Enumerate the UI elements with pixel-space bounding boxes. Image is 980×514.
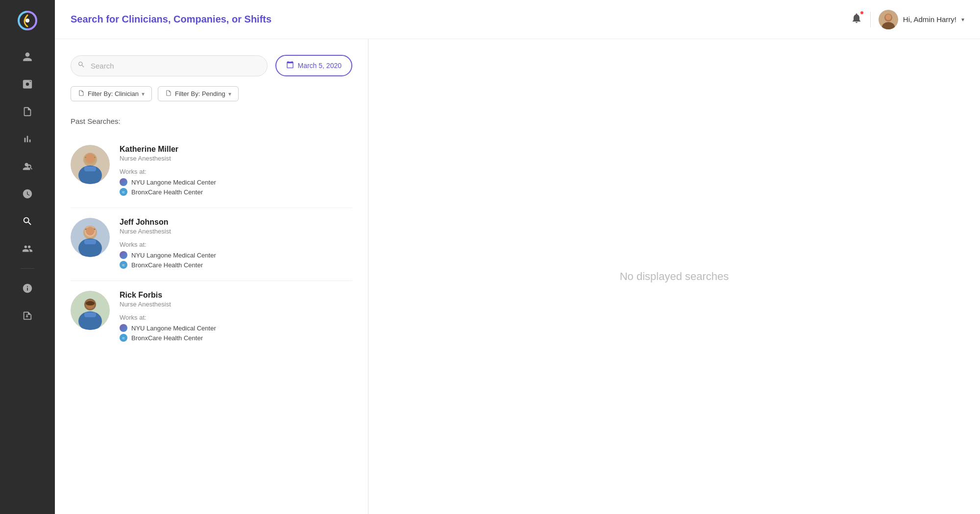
sidebar-item-clinician[interactable] <box>16 45 39 69</box>
hospital-name-1-1: BronxCare Health Center <box>131 261 203 269</box>
hospital-item-1-0: NYU Langone Medical Center <box>120 251 352 259</box>
clinician-card-2[interactable]: Rick Forbis Nurse Anesthesist Works at: … <box>71 281 352 353</box>
sidebar-item-clock[interactable] <box>16 182 39 206</box>
hospital-dot-nyu-2 <box>120 324 127 332</box>
filter-pending-chevron-icon: ▾ <box>228 91 231 97</box>
filter-clinician-icon <box>78 90 85 98</box>
sidebar-item-analytics[interactable] <box>16 127 39 151</box>
hospital-dot-nyu-0 <box>120 178 127 186</box>
filter-clinician-chevron-icon: ▾ <box>142 91 145 97</box>
sidebar-item-camera[interactable] <box>16 72 39 96</box>
hospital-dot-bronx-1 <box>120 261 127 269</box>
clinician-card-0[interactable]: Katherine Miller Nurse Anesthesist Works… <box>71 135 352 208</box>
search-input-wrapper <box>71 55 268 76</box>
hospital-item-1-1: BronxCare Health Center <box>120 261 352 269</box>
hospital-item-0-1: BronxCare Health Center <box>120 188 352 196</box>
sidebar-divider <box>21 268 35 269</box>
works-at-label-1: Works at: <box>120 241 352 248</box>
clinician-avatar-0 <box>71 145 110 184</box>
clinician-info-1: Jeff Johnson Nurse Anesthesist Works at:… <box>120 218 352 271</box>
user-chevron-icon: ▾ <box>961 16 964 23</box>
filter-pending-label: Filter By: Pending <box>175 90 225 97</box>
svg-rect-15 <box>84 239 96 244</box>
works-at-label-2: Works at: <box>120 314 352 321</box>
header-divider <box>870 12 871 27</box>
clinician-list: Katherine Miller Nurse Anesthesist Works… <box>71 135 352 353</box>
notification-bell[interactable] <box>851 12 862 26</box>
sidebar-nav <box>16 45 39 506</box>
sidebar-item-info[interactable] <box>16 277 39 300</box>
app-logo[interactable] <box>15 8 40 33</box>
svg-point-17 <box>86 227 95 235</box>
main-wrapper: Search for Clinicians, Companies, or Shi… <box>55 0 980 514</box>
filter-pending-icon <box>165 90 172 98</box>
hospital-dot-nyu-1 <box>120 251 127 259</box>
hospital-dot-bronx-0 <box>120 188 127 196</box>
hospital-name-2-1: BronxCare Health Center <box>131 334 203 342</box>
clinician-name-1: Jeff Johnson <box>120 218 352 227</box>
hospital-name-1-0: NYU Langone Medical Center <box>131 252 216 259</box>
sidebar-item-search[interactable] <box>16 210 39 233</box>
filters: Filter By: Clinician ▾ Filter By: Pendin… <box>71 86 352 101</box>
hospital-dot-bronx-2 <box>120 334 127 342</box>
hospital-item-2-1: BronxCare Health Center <box>120 334 352 342</box>
username-label: Hi, Admin Harry! <box>903 15 956 23</box>
no-searches-text: No displayed searches <box>620 270 729 283</box>
sidebar-item-person-search[interactable] <box>16 155 39 178</box>
sidebar-item-documents[interactable] <box>16 100 39 123</box>
date-label: March 5, 2020 <box>298 62 342 70</box>
search-input[interactable] <box>71 55 268 76</box>
clinician-role-2: Nurse Anesthesist <box>120 301 352 308</box>
left-panel: March 5, 2020 Filter By: Clinician ▾ Fil… <box>55 39 368 514</box>
avatar <box>879 10 898 29</box>
clinician-info-2: Rick Forbis Nurse Anesthesist Works at: … <box>120 291 352 344</box>
hospital-item-2-0: NYU Langone Medical Center <box>120 324 352 332</box>
clinician-info-0: Katherine Miller Nurse Anesthesist Works… <box>120 145 352 198</box>
page-title: Search for Clinicians, Companies, or Shi… <box>71 14 271 25</box>
calendar-icon <box>286 61 294 70</box>
user-menu[interactable]: Hi, Admin Harry! ▾ <box>879 10 964 29</box>
clinician-role-0: Nurse Anesthesist <box>120 155 352 162</box>
svg-point-1 <box>25 19 29 23</box>
content-area: March 5, 2020 Filter By: Clinician ▾ Fil… <box>55 39 980 514</box>
date-picker-button[interactable]: March 5, 2020 <box>275 55 353 76</box>
hospital-item-0-0: NYU Langone Medical Center <box>120 178 352 186</box>
search-icon <box>77 61 85 70</box>
svg-rect-20 <box>84 312 96 317</box>
clinician-role-1: Nurse Anesthesist <box>120 228 352 235</box>
works-at-label-0: Works at: <box>120 168 352 175</box>
sidebar-item-export[interactable] <box>16 304 39 327</box>
header-right: Hi, Admin Harry! ▾ <box>851 10 964 29</box>
clinician-avatar-1 <box>71 218 110 257</box>
svg-rect-9 <box>84 166 96 171</box>
filter-clinician-label: Filter By: Clinician <box>88 90 139 97</box>
sidebar <box>0 0 55 514</box>
hospital-name-0-0: NYU Langone Medical Center <box>131 179 216 186</box>
clinician-name-2: Rick Forbis <box>120 291 352 300</box>
filter-clinician-button[interactable]: Filter By: Clinician ▾ <box>71 86 152 101</box>
clinician-avatar-2 <box>71 291 110 330</box>
hospital-name-0-1: BronxCare Health Center <box>131 188 203 196</box>
search-bar: March 5, 2020 <box>71 55 352 76</box>
filter-pending-button[interactable]: Filter By: Pending ▾ <box>158 86 239 101</box>
clinician-name-0: Katherine Miller <box>120 145 352 154</box>
header: Search for Clinicians, Companies, or Shi… <box>55 0 980 39</box>
past-searches-label: Past Searches: <box>71 117 352 125</box>
sidebar-item-group[interactable] <box>16 237 39 260</box>
svg-point-11 <box>86 154 95 163</box>
hospital-name-2-0: NYU Langone Medical Center <box>131 325 216 332</box>
right-panel: No displayed searches <box>368 39 980 514</box>
svg-point-5 <box>885 14 891 20</box>
notification-badge <box>859 10 864 15</box>
clinician-card-1[interactable]: Jeff Johnson Nurse Anesthesist Works at:… <box>71 208 352 281</box>
